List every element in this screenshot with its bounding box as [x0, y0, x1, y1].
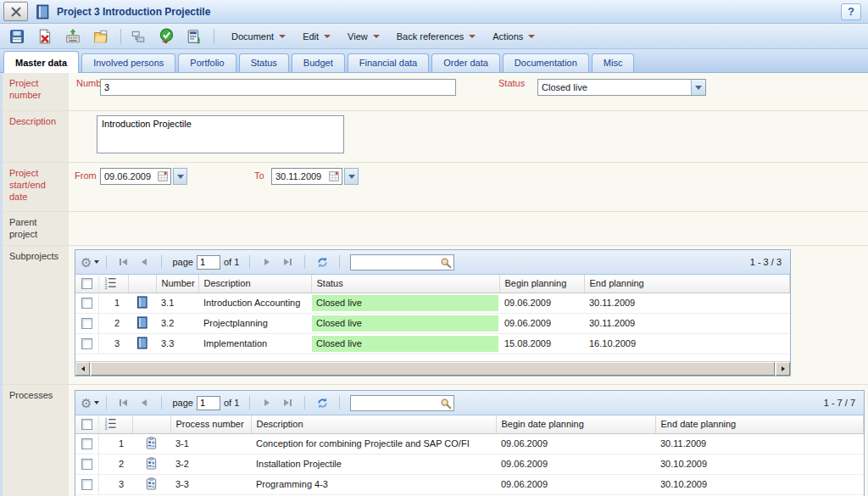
- master-data-panel: Project number Number Status Closed live…: [0, 73, 868, 496]
- from-date-dropdown[interactable]: [173, 168, 187, 185]
- table-row[interactable]: 2 3-2 Installation Projectile 09.06.2009…: [75, 454, 864, 474]
- select-all-checkbox[interactable]: [75, 275, 98, 293]
- open-subproject-button[interactable]: [128, 293, 156, 313]
- open-folder-button[interactable]: [92, 28, 109, 45]
- table-row[interactable]: 2 3.2 Projectplanning Closed live 09.06.…: [75, 313, 790, 333]
- first-page-button[interactable]: [116, 395, 131, 410]
- refresh-button[interactable]: [314, 395, 330, 410]
- scroll-right-button[interactable]: [776, 362, 790, 376]
- tab-portfolio[interactable]: Portfolio: [178, 53, 236, 72]
- column-header-number[interactable]: Number: [156, 275, 198, 293]
- gear-menu-button[interactable]: ⚙: [81, 256, 99, 269]
- to-date-value[interactable]: 30.11.2009: [272, 171, 326, 181]
- next-page-button[interactable]: [259, 395, 275, 410]
- select-all-checkbox[interactable]: [75, 415, 98, 433]
- row-checkbox[interactable]: [81, 298, 92, 309]
- search-icon[interactable]: [440, 257, 452, 269]
- close-button[interactable]: [3, 2, 28, 21]
- next-page-button[interactable]: [259, 254, 275, 270]
- column-header-end-date-planning[interactable]: End date planning: [655, 415, 864, 433]
- open-process-button[interactable]: [132, 454, 170, 474]
- hierarchy-button[interactable]: [130, 28, 147, 45]
- process-icon: [145, 477, 158, 490]
- page-number-input[interactable]: [197, 255, 220, 270]
- refresh-button[interactable]: [314, 254, 330, 270]
- to-date-dropdown[interactable]: [344, 168, 359, 185]
- row-checkbox[interactable]: [81, 438, 92, 449]
- keyboard-input-button[interactable]: [64, 28, 81, 45]
- page-title: Project 3 Introduction Projectile: [57, 6, 210, 18]
- menu-back-references[interactable]: Back references: [397, 31, 476, 42]
- chevron-down-icon: [348, 175, 355, 179]
- status-badge: Closed live: [312, 336, 498, 352]
- description-textarea[interactable]: Introduction Projectile: [97, 115, 344, 153]
- commit-button[interactable]: [158, 28, 175, 45]
- delete-document-button[interactable]: [36, 28, 53, 45]
- from-date-value[interactable]: 09.06.2009: [101, 171, 155, 181]
- first-page-button[interactable]: [116, 254, 131, 270]
- calendar-button[interactable]: [155, 169, 170, 184]
- row-number-column-header[interactable]: 123: [98, 415, 132, 433]
- column-header-description[interactable]: Description: [198, 275, 311, 293]
- gear-menu-button[interactable]: ⚙: [81, 397, 99, 410]
- menu-edit[interactable]: Edit: [303, 31, 331, 42]
- table-row[interactable]: 3 3-3 Programming 4-3 09.06.2009 30.10.2…: [75, 474, 864, 494]
- search-input[interactable]: [350, 254, 454, 270]
- open-process-button[interactable]: [132, 474, 170, 494]
- calculate-button[interactable]: [186, 28, 203, 45]
- tab-involved-persons[interactable]: Involved persons: [81, 53, 175, 72]
- tab-order-data[interactable]: Order data: [431, 53, 500, 72]
- page-number-input[interactable]: [197, 396, 220, 410]
- last-page-button[interactable]: [280, 254, 295, 270]
- application-window: Project 3 Introduction Projectile ? Docu…: [0, 0, 868, 496]
- row-number-column-header[interactable]: 123: [98, 275, 128, 293]
- prev-page-button[interactable]: [136, 254, 152, 270]
- status-select-trigger[interactable]: [691, 80, 705, 95]
- tab-master-data[interactable]: Master data: [3, 51, 79, 73]
- section-description: Description Introduction Projectile: [3, 110, 868, 162]
- menu-actions[interactable]: Actions: [492, 31, 535, 42]
- tab-bar: Master data Involved persons Portfolio S…: [0, 49, 868, 73]
- row-checkbox[interactable]: [81, 479, 92, 490]
- tab-budget[interactable]: Budget: [292, 53, 345, 72]
- side-label-description: Description: [3, 111, 69, 162]
- menu-document[interactable]: Document: [231, 31, 286, 42]
- column-header-description[interactable]: Description: [251, 415, 496, 433]
- numbered-list-icon: 123: [104, 276, 117, 289]
- column-header-process-number[interactable]: Process number: [170, 415, 251, 433]
- project-number-input[interactable]: [100, 79, 456, 96]
- open-subproject-button[interactable]: [128, 333, 156, 354]
- last-page-button[interactable]: [280, 395, 295, 410]
- tab-documentation[interactable]: Documentation: [503, 53, 589, 72]
- table-row[interactable]: 1 3-1 Conception for combining Projectil…: [75, 433, 864, 454]
- row-checkbox[interactable]: [81, 338, 92, 349]
- tab-misc[interactable]: Misc: [592, 53, 635, 72]
- close-icon: [10, 6, 22, 18]
- help-button[interactable]: ?: [841, 3, 861, 20]
- search-icon[interactable]: [440, 398, 452, 410]
- save-button[interactable]: [8, 28, 25, 45]
- scroll-right-icon: [782, 366, 785, 371]
- table-row[interactable]: 1 3.1 Introduction Accounting Closed liv…: [75, 293, 790, 313]
- titlebar: Project 3 Introduction Projectile ?: [0, 0, 868, 24]
- row-checkbox[interactable]: [81, 459, 92, 470]
- open-subproject-button[interactable]: [128, 313, 156, 333]
- table-row[interactable]: 3 3.3 Implementation Closed live 15.08.2…: [75, 333, 790, 354]
- row-index: 3: [98, 333, 128, 354]
- column-header-end-planning[interactable]: End planning: [584, 275, 790, 293]
- calendar-button[interactable]: [326, 169, 342, 184]
- prev-page-button[interactable]: [136, 395, 152, 410]
- tab-status[interactable]: Status: [239, 53, 289, 72]
- row-checkbox[interactable]: [81, 318, 92, 329]
- from-date-field: 09.06.2009: [100, 168, 187, 185]
- search-input[interactable]: [350, 395, 454, 411]
- column-header-begin-planning[interactable]: Begin planning: [499, 275, 584, 293]
- scroll-left-button[interactable]: [75, 362, 90, 376]
- hscrollbar-thumb[interactable]: [91, 362, 775, 376]
- tab-financial-data[interactable]: Financial data: [348, 53, 430, 72]
- column-header-begin-date-planning[interactable]: Begin date planning: [496, 415, 655, 433]
- menu-view[interactable]: View: [348, 31, 380, 42]
- open-process-button[interactable]: [132, 433, 170, 454]
- status-select[interactable]: Closed live: [537, 79, 706, 96]
- column-header-status[interactable]: Status: [311, 275, 499, 293]
